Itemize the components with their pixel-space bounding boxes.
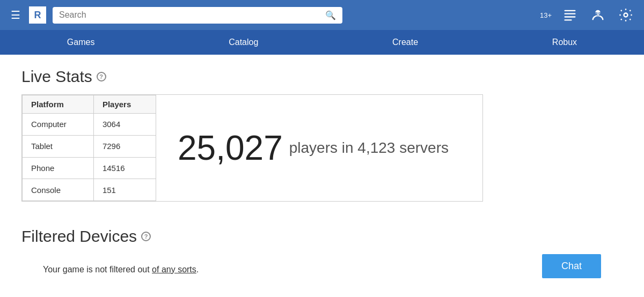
- search-icon: 🔍: [325, 10, 336, 20]
- menu-icon[interactable]: ☰: [9, 6, 23, 24]
- platform-computer: Computer: [23, 114, 94, 136]
- filtered-bottom-area: Your game is not filtered out of any sor…: [21, 254, 623, 289]
- players-tablet: 7296: [93, 135, 156, 157]
- nav-catalog[interactable]: Catalog: [207, 30, 280, 55]
- players-phone: 14516: [93, 157, 156, 179]
- table-row: Tablet 7296: [23, 135, 156, 157]
- svg-point-6: [624, 13, 628, 17]
- svg-text:RS: RS: [595, 11, 602, 17]
- live-stats-help-icon[interactable]: ?: [97, 72, 106, 81]
- nav-robux[interactable]: Robux: [531, 30, 598, 55]
- svg-rect-0: [565, 10, 576, 11]
- main-content: Live Stats ? Platform Players Computer 3…: [0, 55, 644, 214]
- header-right: 13+ RS: [540, 5, 635, 25]
- table-row: Computer 3064: [23, 114, 156, 136]
- platform-console: Console: [23, 179, 94, 201]
- stats-description: players in 4,123 servers: [289, 139, 449, 157]
- feed-icon[interactable]: [560, 5, 580, 25]
- players-computer: 3064: [93, 114, 156, 136]
- svg-rect-1: [565, 13, 576, 14]
- platform-header: Platform: [23, 95, 94, 114]
- table-row: Console 151: [23, 179, 156, 201]
- user-icon[interactable]: RS: [588, 5, 608, 25]
- nav-games[interactable]: Games: [46, 30, 116, 55]
- stats-container: Platform Players Computer 3064 Tablet 72…: [21, 94, 483, 202]
- filtered-devices-help-icon[interactable]: ?: [141, 232, 151, 241]
- filtered-devices-section: Filtered Devices ? Your game is not filt…: [0, 214, 644, 297]
- svg-rect-3: [565, 19, 572, 20]
- settings-icon[interactable]: [616, 5, 635, 25]
- live-stats-title: Live Stats ?: [21, 68, 623, 86]
- chat-button[interactable]: Chat: [542, 254, 601, 278]
- stats-table: Platform Players Computer 3064 Tablet 72…: [22, 95, 156, 201]
- roblox-logo[interactable]: R: [29, 6, 46, 24]
- search-bar[interactable]: 🔍: [53, 7, 342, 24]
- age-rating: 13+: [540, 11, 552, 19]
- header: ☰ R 🔍 13+ RS: [0, 0, 644, 30]
- players-header: Players: [93, 95, 156, 114]
- filtered-devices-title: Filtered Devices ?: [21, 227, 623, 246]
- table-row: Phone 14516: [23, 157, 156, 179]
- search-input[interactable]: [59, 10, 325, 20]
- platform-tablet: Tablet: [23, 135, 94, 157]
- filtered-text: Your game is not filtered out of any sor…: [43, 265, 199, 274]
- stats-big-number: 25,027: [178, 128, 283, 168]
- svg-rect-2: [565, 16, 576, 17]
- nav-create[interactable]: Create: [371, 30, 440, 55]
- stats-summary: 25,027 players in 4,123 servers: [156, 95, 482, 201]
- platform-phone: Phone: [23, 157, 94, 179]
- players-console: 151: [93, 179, 156, 201]
- main-nav: Games Catalog Create Robux: [0, 30, 644, 55]
